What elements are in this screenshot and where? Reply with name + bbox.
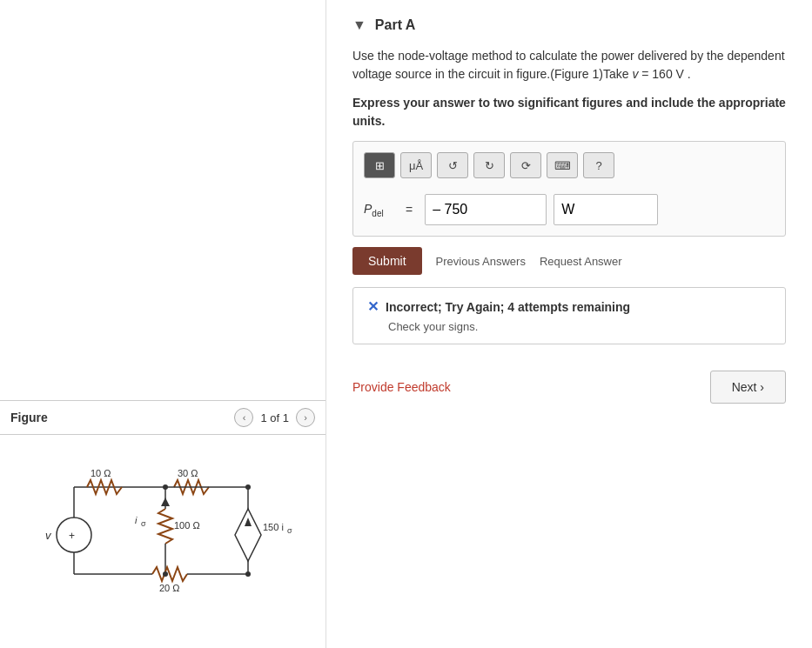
svg-text:+: + [69,530,75,542]
input-row: Pdel = [364,194,775,225]
undo-button[interactable]: ↺ [437,152,468,178]
circuit-svg: + v 10 Ω 30 Ω [26,461,305,600]
svg-marker-10 [161,498,170,506]
figure-counter: 1 of 1 [260,411,289,424]
part-arrow-icon: ▼ [352,17,366,33]
figure-nav: ‹ 1 of 1 › [234,408,315,427]
unit-input[interactable] [554,194,658,225]
keyboard-button[interactable]: ⌨ [547,152,578,178]
svg-point-26 [245,571,251,577]
feedback-message: Check your signs. [388,320,771,333]
question-text: Use the node-voltage method to calculate… [352,47,786,84]
svg-text:v: v [45,529,52,542]
svg-text:σ: σ [287,526,292,535]
redo-button[interactable]: ↻ [473,152,505,178]
answer-input[interactable] [425,194,547,225]
question-text-2: = 160 V [638,67,684,81]
grid-button[interactable]: ⊞ [364,152,395,178]
next-button[interactable]: Next › [710,371,786,404]
svg-point-25 [245,484,251,490]
help-button[interactable]: ? [583,152,614,178]
svg-marker-20 [235,509,261,561]
svg-text:100 Ω: 100 Ω [174,520,200,531]
part-title: Part A [375,17,416,33]
input-label: Pdel [364,202,399,218]
svg-text:20 Ω: 20 Ω [159,583,180,593]
svg-point-27 [163,571,168,577]
answer-box: ⊞ μÅ ↺ ↻ ⟳ ⌨ ? Pdel = [352,141,786,237]
submit-button[interactable]: Submit [352,247,422,275]
input-equals: = [406,203,413,217]
provide-feedback-button[interactable]: Provide Feedback [352,380,451,394]
input-subscript: del [372,208,383,217]
previous-answers-button[interactable]: Previous Answers [436,255,526,268]
figure-prev-button[interactable]: ‹ [234,408,253,427]
svg-text:10 Ω: 10 Ω [91,468,111,478]
part-header: ▼ Part A [352,17,786,33]
svg-text:150 i: 150 i [263,522,284,532]
feedback-title-row: ✕ Incorrect; Try Again; 4 attempts remai… [367,298,771,315]
feedback-title: Incorrect; Try Again; 4 attempts remaini… [386,300,630,314]
question-emphasis: Express your answer to two significant f… [352,94,786,130]
mu-button[interactable]: μÅ [400,152,432,178]
question-emphasis-text: Express your answer to two significant f… [352,96,786,128]
figure-header: Figure ‹ 1 of 1 › [0,400,325,435]
request-answer-button[interactable]: Request Answer [540,255,622,268]
figure-next-button[interactable]: › [296,408,315,427]
buttons-row: Submit Previous Answers Request Answer [352,247,786,275]
refresh-button[interactable]: ⟳ [510,152,541,178]
toolbar: ⊞ μÅ ↺ ↻ ⟳ ⌨ ? [364,152,775,185]
feedback-box: ✕ Incorrect; Try Again; 4 attempts remai… [352,287,786,344]
left-panel: Figure ‹ 1 of 1 › + v 10 Ω [0,0,326,648]
question-text-1: Use the node-voltage method to calculate… [352,49,785,81]
question-text-3: . [684,67,691,81]
incorrect-icon: ✕ [367,298,379,315]
svg-text:σ: σ [141,519,146,528]
svg-marker-21 [245,518,252,526]
figure-title: Figure [10,411,48,424]
svg-text:30 Ω: 30 Ω [178,468,198,478]
circuit-diagram: + v 10 Ω 30 Ω [0,444,325,620]
right-panel: ▼ Part A Use the node-voltage method to … [326,0,812,648]
bottom-row: Provide Feedback Next › [352,362,786,404]
svg-text:i: i [135,515,138,525]
